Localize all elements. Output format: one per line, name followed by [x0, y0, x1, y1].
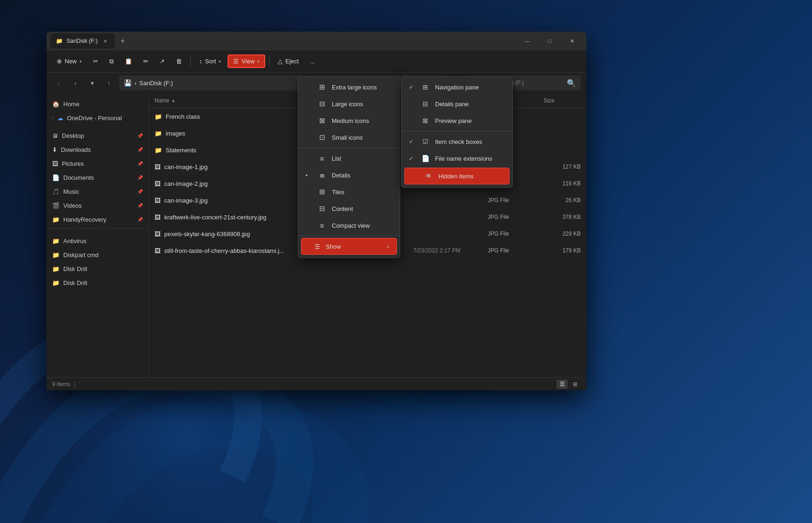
list-item[interactable]: ≡ List: [298, 150, 400, 167]
sidebar-item-handyrecovery[interactable]: 📁 HandyRecovery 📌: [47, 212, 148, 226]
sidebar-item-documents[interactable]: 📄 Documents 📌: [47, 170, 148, 184]
view-button[interactable]: ☰ View ▾: [228, 54, 265, 68]
up-button[interactable]: ↑: [102, 76, 115, 89]
sidebar-item-pictures[interactable]: 🖼 Pictures 📌: [47, 156, 148, 170]
extra-large-icons-item[interactable]: ⊞ Extra large icons: [298, 79, 400, 95]
file-size: 26 KB: [544, 197, 581, 204]
item-count: 9 items: [52, 381, 70, 387]
back-button[interactable]: ‹: [52, 76, 65, 89]
cut-button[interactable]: ✂: [88, 55, 103, 68]
medium-icons-item[interactable]: ⊠ Medium icons: [298, 112, 400, 129]
sidebar-item-videos[interactable]: 🎬 Videos 📌: [47, 198, 148, 212]
file-icon: 🖼: [154, 180, 161, 187]
new-tab-button[interactable]: +: [116, 34, 129, 48]
hidden-items-item[interactable]: 👁 Hidden items: [404, 168, 510, 184]
preview-pane-item[interactable]: ⊠ Preview pane: [402, 112, 512, 129]
sidebar-item-diskdrill[interactable]: 📁 Disk Drill: [47, 276, 148, 290]
delete-icon: 🗑: [176, 58, 182, 65]
more-button[interactable]: ...: [305, 55, 320, 68]
compact-view-item[interactable]: ≡ Compact view: [298, 217, 400, 234]
list-view-toggle[interactable]: ☰: [557, 380, 568, 389]
sidebar-item-dlskdrill[interactable]: 📁 Dlsk Drill: [47, 262, 148, 276]
sidebar-item-label: Antivirus: [63, 238, 87, 245]
item-checkboxes-item[interactable]: ✓ ☑ Item check boxes: [402, 133, 512, 150]
window-controls: — □ ✕: [517, 34, 583, 48]
music-icon: 🎵: [52, 188, 60, 195]
file-size: 179 KB: [544, 247, 581, 254]
folder-icon: 📁: [52, 279, 60, 286]
preview-pane-icon: ⊠: [421, 117, 429, 124]
sidebar-item-label: Videos: [63, 202, 82, 209]
forward-button[interactable]: ›: [69, 76, 82, 89]
toolbar-divider-2: [269, 56, 269, 67]
sort-button[interactable]: ↕ Sort ▾: [195, 55, 226, 68]
home-icon: 🏠: [52, 101, 60, 108]
small-icons-item[interactable]: ⊡ Small icons: [298, 129, 400, 146]
maximize-button[interactable]: □: [539, 34, 560, 48]
folder-icon: 📁: [52, 265, 60, 272]
file-extensions-item[interactable]: ✓ 📄 File name extensions: [402, 150, 512, 167]
file-name: still-from-taste-of-cherry-abbas-kiarost…: [164, 247, 284, 254]
paste-button[interactable]: 📋: [120, 55, 137, 68]
pin-icon: 📌: [137, 175, 143, 180]
size-column-header[interactable]: Size: [544, 97, 581, 104]
file-icon: 📁: [154, 113, 162, 120]
sidebar-item-diskpart[interactable]: 📁 Diskpart cmd: [47, 248, 148, 262]
file-name: Statements: [166, 147, 196, 154]
paste-icon: 📋: [125, 58, 132, 65]
details-item[interactable]: • ≣ Details: [298, 167, 400, 183]
grid-view-toggle[interactable]: ⊞: [570, 380, 581, 389]
details-icon: ≣: [318, 171, 326, 179]
recent-button[interactable]: ▾: [86, 76, 99, 89]
sort-arrow-icon: ▲: [171, 98, 175, 103]
path-text: SanDisk (F:): [139, 80, 173, 87]
new-button[interactable]: ⊕ New ▾: [52, 55, 87, 68]
window-tab[interactable]: 📁 SanDisk (F:) ✕: [50, 34, 114, 48]
pin-icon: 📌: [137, 133, 143, 138]
sidebar-item-music[interactable]: 🎵 Music 📌: [47, 184, 148, 198]
navigation-pane-item[interactable]: ✓ ⊞ Navigation pane: [402, 79, 512, 95]
sidebar-item-onedrive[interactable]: › ☁ OneDrive - Personal: [47, 111, 148, 125]
tiles-item[interactable]: ⊞ Tiles: [298, 183, 400, 200]
large-icons-item[interactable]: ⊟ Large icons: [298, 95, 400, 112]
rename-button[interactable]: ✏: [139, 55, 153, 68]
drive-icon: 💾: [124, 79, 132, 87]
large-icon: ⊟: [318, 100, 326, 108]
videos-icon: 🎬: [52, 202, 60, 209]
small-icon: ⊡: [318, 133, 326, 142]
dropdown-divider: [298, 148, 400, 148]
file-icon: 🖼: [154, 163, 161, 170]
file-type: JPG File: [488, 214, 544, 220]
file-name: pexels-skylar-kang-6368908.jpg: [164, 231, 250, 238]
toolbar-divider: [190, 56, 191, 67]
checkboxes-icon: ☑: [421, 138, 429, 145]
show-button[interactable]: ☰ Show ›: [301, 238, 397, 255]
file-name: can-image-1.jpg: [164, 163, 208, 170]
sidebar-item-downloads[interactable]: ⬇ Downloads 📌: [47, 143, 148, 156]
copy-button[interactable]: ⧉: [105, 55, 118, 68]
delete-button[interactable]: 🗑: [171, 55, 187, 68]
eject-button[interactable]: △ Eject: [273, 55, 303, 68]
content-item[interactable]: ⊟ Content: [298, 200, 400, 217]
sidebar-item-desktop[interactable]: 🖥 Desktop 📌: [47, 129, 148, 143]
minimize-button[interactable]: —: [517, 34, 538, 48]
new-icon: ⊕: [57, 58, 62, 65]
sidebar-item-antivirus[interactable]: 📁 Antivirus: [47, 234, 148, 248]
tiles-icon: ⊞: [318, 188, 326, 196]
view-toggles: ☰ ⊞: [557, 380, 581, 389]
sidebar-item-home[interactable]: 🏠 Home: [47, 97, 148, 111]
file-name: kraftwerk-live-concert-21st-century.jpg: [164, 214, 266, 221]
sidebar-item-label: Downloads: [61, 146, 91, 153]
sidebar-item-label: Documents: [63, 174, 94, 181]
details-pane-item[interactable]: ⊟ Details pane: [402, 95, 512, 112]
sidebar-item-label: OneDrive - Personal: [67, 115, 122, 122]
close-button[interactable]: ✕: [561, 34, 583, 48]
sidebar-item-label: Dlsk Drill: [63, 265, 87, 272]
share-button[interactable]: ↗: [155, 55, 169, 68]
tab-close-button[interactable]: ✕: [101, 37, 109, 45]
path-separator: ›: [134, 80, 136, 87]
copy-icon: ⧉: [109, 58, 114, 65]
sort-chevron-icon: ▾: [219, 59, 221, 64]
eject-icon: △: [278, 58, 282, 65]
sidebar-item-label: Music: [63, 188, 79, 195]
